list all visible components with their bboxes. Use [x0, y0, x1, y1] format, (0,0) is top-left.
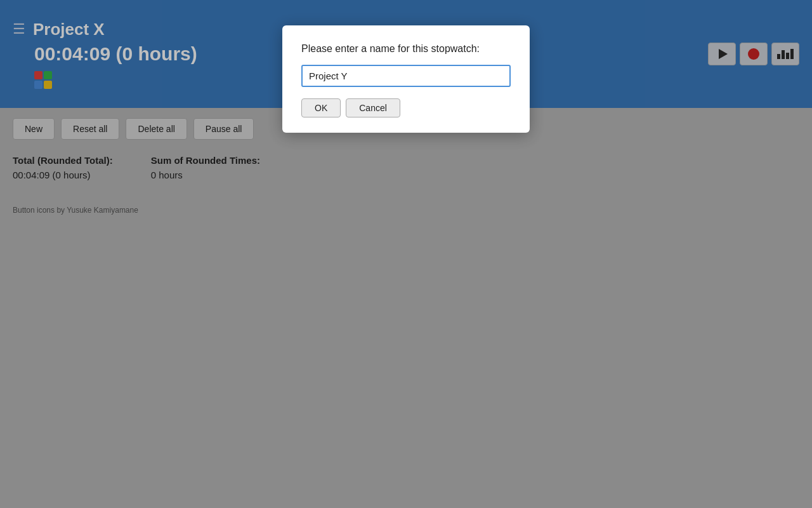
ok-button[interactable]: OK — [301, 98, 341, 117]
modal-overlay: Please enter a name for this stopwatch: … — [0, 0, 812, 508]
cancel-button[interactable]: Cancel — [346, 98, 400, 117]
stopwatch-name-input[interactable] — [301, 65, 511, 87]
modal-title: Please enter a name for this stopwatch: — [301, 43, 511, 55]
modal-buttons: OK Cancel — [301, 98, 511, 117]
modal-dialog: Please enter a name for this stopwatch: … — [282, 25, 530, 133]
